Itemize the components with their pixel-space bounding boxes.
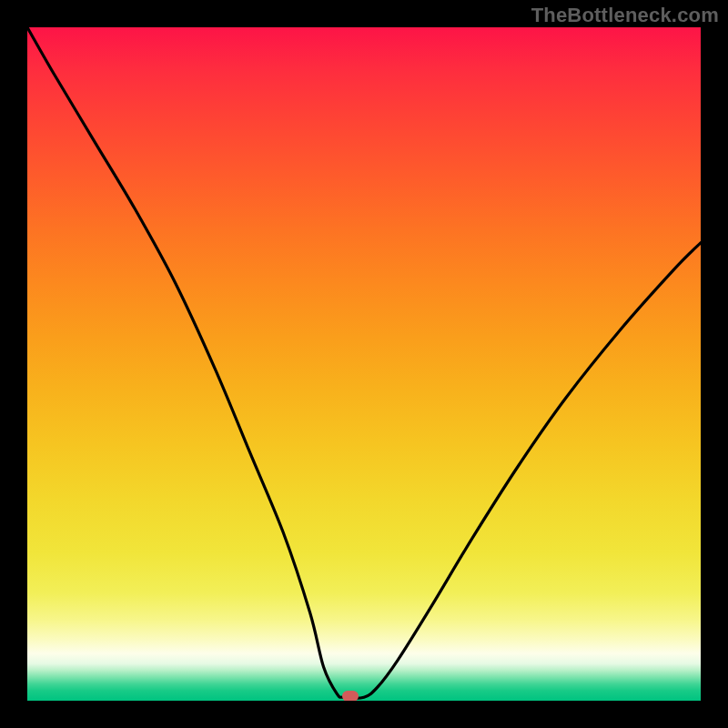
plot-area (27, 27, 701, 701)
optimal-point-marker (342, 691, 359, 701)
bottleneck-curve (27, 27, 701, 701)
chart-frame: TheBottleneck.com (0, 0, 728, 728)
watermark-text: TheBottleneck.com (531, 4, 719, 27)
